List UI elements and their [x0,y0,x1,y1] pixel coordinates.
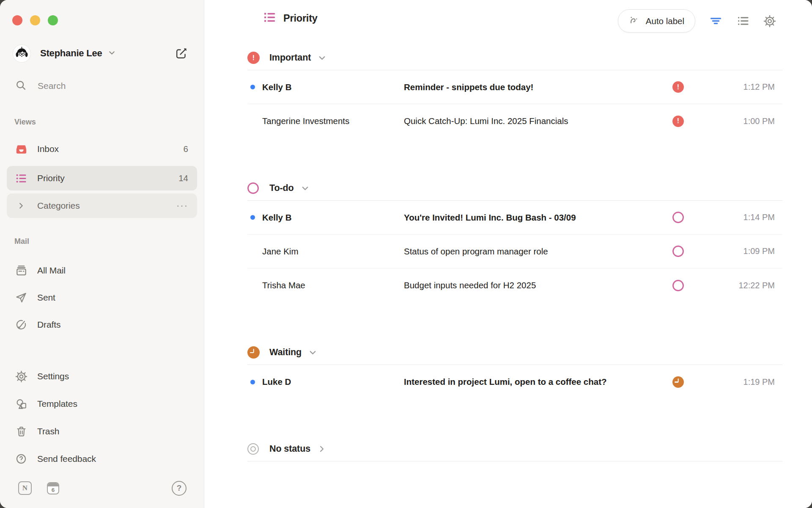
group-todo: To-do Kelly B You're Invited! Lumi Inc. … [247,176,782,302]
sidebar-item-trash[interactable]: Trash [7,419,197,444]
sidebar-item-inbox[interactable]: Inbox 6 [7,137,197,161]
avatar [13,44,31,63]
group-header-important[interactable]: ! Important [247,46,782,70]
unread-dot [250,215,255,220]
chevron-down-icon [107,48,116,59]
sender: Jane Kim [262,246,404,257]
calendar-icon-header [48,483,58,486]
sender: Kelly B [262,82,404,92]
calendar-icon[interactable]: 6 [47,482,59,494]
chevron-right-icon [317,444,326,454]
important-status-icon[interactable]: ! [672,116,684,127]
sidebar-footer: N 6 ? [18,480,187,496]
todo-ring-icon [247,182,259,194]
mail-row[interactable]: Jane Kim Status of open program manager … [247,235,782,268]
mail-row[interactable]: Tangerine Investments Quick Catch-Up: Lu… [247,104,782,138]
timestamp: 1:09 PM [684,246,782,256]
group-label: Waiting [269,347,302,358]
sidebar-item-label: Trash [37,426,59,436]
account-switcher[interactable]: Stephanie Lee [13,42,116,64]
unread-dot [250,380,255,384]
close-button[interactable] [12,15,22,25]
group-header-no-status[interactable]: No status [247,437,782,461]
minimize-button[interactable] [30,15,40,25]
calendar-day: 6 [48,486,58,494]
sender: Trisha Mae [262,280,404,290]
help-circle-icon [15,453,27,465]
inbox-count: 6 [184,144,188,154]
help-button[interactable]: ? [172,481,187,496]
subject: Status of open program manager role [404,246,672,257]
no-status-icon [247,443,259,455]
trash-icon [15,425,27,438]
gear-icon [15,370,27,383]
group-label: Important [269,52,311,63]
timestamp: 1:00 PM [684,116,782,126]
search-placeholder: Search [38,81,66,91]
group-no-status: No status [247,437,782,461]
subject: Reminder - snippets due today! [404,82,672,92]
subject: Interested in project Lumi, open to a co… [404,377,672,387]
more-options-icon[interactable]: ··· [176,204,188,208]
sidebar-item-sent[interactable]: Sent [7,285,197,310]
subject: Quick Catch-Up: Lumi Inc. 2025 Financial… [404,116,672,126]
sender: Luke D [262,377,404,387]
shapes-icon [15,398,27,410]
todo-status-icon[interactable] [672,246,684,257]
list-view-icon[interactable] [736,14,749,28]
subject: You're Invited! Lumi Inc. Bug Bash - 03/… [404,213,672,223]
filter-icon[interactable] [709,14,722,28]
sidebar-item-all-mail[interactable]: All Mail [7,258,197,283]
timestamp: 1:14 PM [684,213,782,222]
mail-row[interactable]: Kelly B Reminder - snippets due today! !… [247,70,782,104]
settings-gear-icon[interactable] [763,14,776,28]
waiting-clock-icon [247,346,260,359]
auto-label-text: Auto label [646,16,684,26]
mail-section-label: Mail [14,237,29,246]
auto-label-button[interactable]: Auto label [618,9,695,33]
group-header-waiting[interactable]: Waiting [247,340,782,365]
timestamp: 12:22 PM [684,281,782,290]
mail-row[interactable]: Trisha Mae Budget inputs needed for H2 2… [247,268,782,302]
paper-plane-icon [15,291,27,304]
timestamp: 1:19 PM [684,377,782,387]
group-header-todo[interactable]: To-do [247,176,782,201]
group-label: To-do [269,183,294,193]
main-panel: Priority Auto label [205,0,812,508]
compose-button[interactable] [174,46,188,61]
sidebar-item-categories[interactable]: Categories ··· [7,193,197,218]
sidebar-item-label: Inbox [37,144,59,154]
sender: Kelly B [262,213,404,223]
sidebar-item-drafts[interactable]: Drafts [7,312,197,337]
priority-list-icon [15,172,27,185]
window-controls [12,15,58,25]
timestamp: 1:12 PM [684,82,782,92]
search-icon [15,79,27,93]
unread-dot [250,85,255,89]
sidebar-item-send-feedback[interactable]: Send feedback [7,447,197,471]
sidebar-item-label: Send feedback [37,454,96,464]
sidebar-item-label: Sent [37,293,55,303]
notion-logo-icon[interactable]: N [18,481,32,495]
sidebar-item-label: Categories [37,201,80,211]
page-title-text: Priority [283,13,318,24]
toolbar: Auto label [618,9,776,33]
search-input[interactable]: Search [15,77,66,95]
mail-row[interactable]: Luke D Interested in project Lumi, open … [247,365,782,399]
waiting-status-icon[interactable] [672,376,684,388]
user-name: Stephanie Lee [40,48,102,59]
mail-row[interactable]: Kelly B You're Invited! Lumi Inc. Bug Ba… [247,201,782,235]
sidebar-item-label: Settings [37,371,69,381]
sidebar-item-settings[interactable]: Settings [7,364,197,389]
sidebar-item-templates[interactable]: Templates [7,392,197,416]
todo-status-icon[interactable] [672,212,684,223]
important-badge-icon: ! [247,52,260,64]
important-status-icon[interactable]: ! [672,81,684,93]
sidebar-item-priority[interactable]: Priority 14 [7,166,197,190]
group-important: ! Important Kelly B Reminder - snippets … [247,46,782,138]
group-waiting: Waiting Luke D Interested in project Lum… [247,340,782,399]
sidebar-item-label: All Mail [37,265,66,276]
chevron-down-icon [300,183,310,193]
todo-status-icon[interactable] [672,280,684,291]
zoom-button[interactable] [48,15,58,25]
